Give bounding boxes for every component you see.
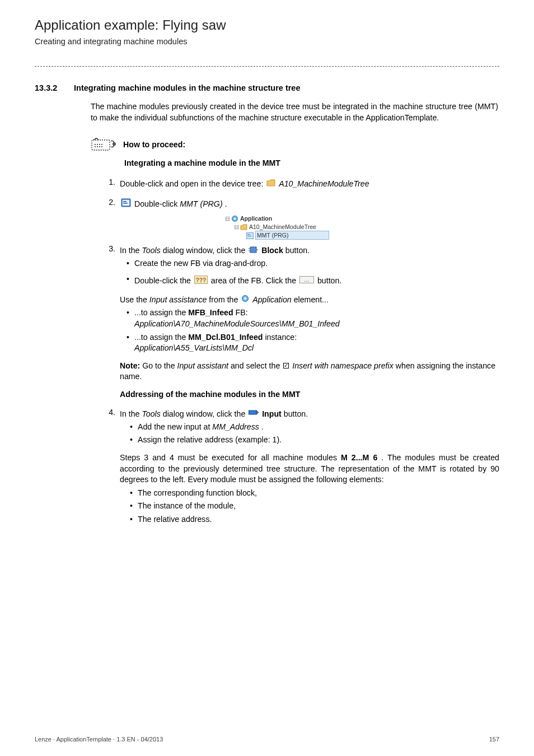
s4-p-b: M 2...M 6 xyxy=(341,453,377,462)
s4-p-a: Steps 3 and 4 must be executed for all m… xyxy=(120,453,341,462)
qqq-icon: ??? xyxy=(194,274,210,283)
s3-sub2-a: Double-click the xyxy=(134,276,193,285)
s3-c: dialog window, click the xyxy=(163,246,247,255)
s3-sub3-d: Application\A70_MachineModuleSources\MM_… xyxy=(134,319,340,328)
s4-sub1-c: . xyxy=(261,422,264,431)
s4-c: dialog window, click the xyxy=(163,409,247,418)
step-1-text-a: Double-click and open in the device tree… xyxy=(120,179,265,188)
page-subtitle: Creating and integrating machine modules xyxy=(35,36,499,47)
device-tree-screenshot: ⊟ Application ⊟ A10_MachineModuleTree MM… xyxy=(225,214,371,239)
svg-point-28 xyxy=(244,297,246,300)
svg-marker-30 xyxy=(256,410,259,414)
section-heading: 13.3.2 Integrating machine modules in th… xyxy=(35,82,499,94)
step-2-text-c: . xyxy=(225,199,227,208)
s3-p-d: Application xyxy=(252,295,291,304)
svg-rect-19 xyxy=(250,247,256,253)
checkbox-icon xyxy=(283,363,289,368)
s4-sub2: Assign the relative address (example: 1)… xyxy=(138,435,499,446)
note-a: Note: xyxy=(120,361,140,370)
step-2-number: 2. xyxy=(107,197,120,208)
step-2-text-b: MMT (PRG) xyxy=(180,199,222,208)
note-b: Go to the xyxy=(142,361,177,370)
note-c: Input assistant xyxy=(177,361,229,370)
svg-rect-0 xyxy=(92,140,110,150)
svg-point-5 xyxy=(95,146,96,147)
svg-point-4 xyxy=(101,144,102,145)
svg-point-3 xyxy=(99,144,100,145)
section-intro: The machine modules previously created i… xyxy=(91,101,498,123)
folder-icon xyxy=(266,178,278,186)
input-icon xyxy=(249,408,261,417)
s3-sub3-c: FB: xyxy=(236,308,248,317)
tree-app: Application xyxy=(240,214,272,222)
s3-p-c: from the xyxy=(209,295,240,304)
page-footer: Lenze · ApplicationTemplate · 1.3 EN - 0… xyxy=(35,735,499,744)
svg-rect-29 xyxy=(249,410,257,414)
svg-text:???: ??? xyxy=(196,277,206,283)
page-title: Application example: Flying saw xyxy=(35,16,499,34)
step-4: 4. In the Tools dialog window, click the… xyxy=(107,407,499,525)
app-gear2-icon xyxy=(241,293,251,302)
step-1-number: 1. xyxy=(107,177,120,188)
s4-sub4: The instance of the module, xyxy=(138,501,499,512)
tree-leaf: MMT (PRG) xyxy=(255,231,329,240)
s3-e: button. xyxy=(285,246,310,255)
s3-sub3-b: MFB_Infeed xyxy=(188,308,233,317)
section-title: Integrating machine modules in the machi… xyxy=(74,82,300,94)
ellipsis-button-icon: … xyxy=(299,274,316,283)
s3-b: Tools xyxy=(142,246,160,255)
step-2-text-a: Double-click xyxy=(134,199,180,208)
subhead-integrating: Integrating a machine module in the MMT xyxy=(124,158,498,169)
prg-icon xyxy=(121,198,133,207)
svg-point-15 xyxy=(234,218,236,220)
step-4-number: 4. xyxy=(107,407,120,418)
s3-sub4-c: instance: xyxy=(265,333,297,342)
note-d: and select the xyxy=(231,361,282,370)
step-2: 2. Double-click MMT (PRG) . xyxy=(107,197,499,209)
subhead-addressing: Addressing of the machine modules in the… xyxy=(120,389,499,400)
svg-text:…: … xyxy=(304,277,310,283)
footer-left: Lenze · ApplicationTemplate · 1.3 EN - 0… xyxy=(35,735,163,744)
how-to-proceed: How to proceed: xyxy=(91,137,499,152)
s3-sub4-d: Application\A55_VarLists\MM_Dcl xyxy=(134,343,254,352)
s4-sub5: The relative address. xyxy=(138,514,499,525)
proceed-label: How to proceed: xyxy=(123,139,185,151)
svg-rect-12 xyxy=(123,201,127,202)
svg-point-2 xyxy=(97,144,98,145)
prg2-icon xyxy=(246,231,254,239)
page-number: 157 xyxy=(489,735,499,744)
svg-rect-18 xyxy=(247,236,251,236)
s3-sub4-a: ...to assign the xyxy=(134,333,188,342)
s3-sub2-c: button. xyxy=(317,276,341,285)
folder2-icon xyxy=(240,223,247,231)
s3-sub1: Create the new FB via drag-and-drop. xyxy=(134,258,499,269)
note-e: Insert with namespace prefix xyxy=(292,361,394,370)
s4-b: Tools xyxy=(142,409,160,418)
s3-p-b: Input assistance xyxy=(149,295,207,304)
s4-sub3: The corresponding function block, xyxy=(138,488,499,499)
s3-sub4-b: MM_Dcl.B01_Infeed xyxy=(188,333,263,342)
app-gear-icon xyxy=(231,214,238,222)
svg-point-8 xyxy=(101,146,102,147)
s3-sub2-b: area of the FB. Click the xyxy=(211,276,298,285)
divider xyxy=(35,66,499,67)
tree-folder: A10_MachineModuleTree xyxy=(249,223,316,231)
section-number: 13.3.2 xyxy=(35,82,74,94)
s3-p-e: element... xyxy=(294,295,329,304)
step-3: 3. In the Tools dialog window, click the… xyxy=(107,244,499,400)
step-1-text-b: A10_MachineModuleTree xyxy=(279,179,369,188)
s4-sub1-a: Add the new input at xyxy=(138,422,212,431)
s4-sub1-b: MM_Address xyxy=(212,422,259,431)
step-3-number: 3. xyxy=(107,244,120,255)
svg-rect-13 xyxy=(123,203,128,204)
s4-a: In the xyxy=(120,409,142,418)
svg-point-7 xyxy=(99,146,100,147)
step-1: 1. Double-click and open in the device t… xyxy=(107,177,499,189)
svg-point-6 xyxy=(97,146,98,147)
proceed-icon xyxy=(91,137,120,152)
s4-d: Input xyxy=(262,409,282,418)
s3-d: Block xyxy=(261,246,283,255)
s3-p-a: Use the xyxy=(120,295,149,304)
block-icon xyxy=(249,244,260,253)
s3-a: In the xyxy=(120,246,142,255)
